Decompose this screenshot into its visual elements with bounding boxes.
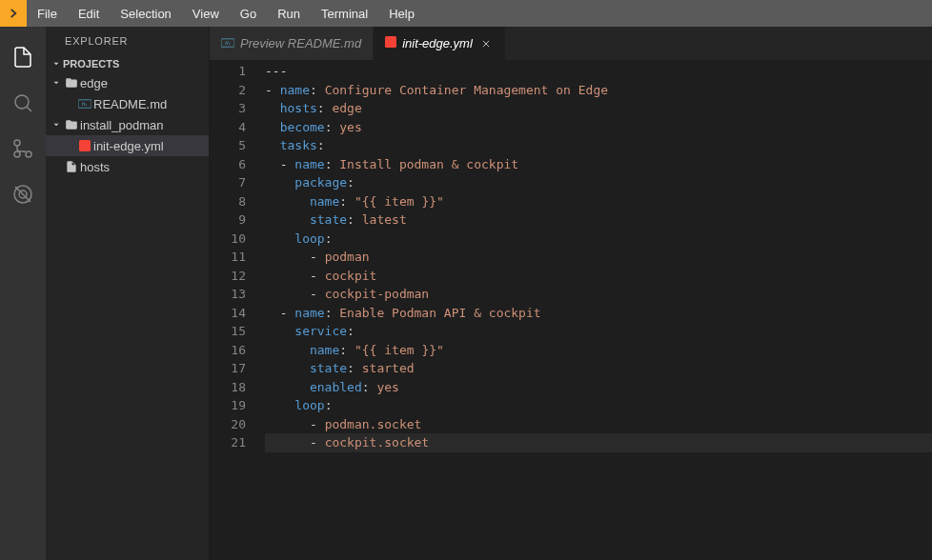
- tree-item-label: edge: [80, 76, 108, 90]
- app-logo: [0, 0, 27, 27]
- file-icon: [63, 160, 80, 173]
- code-line[interactable]: - podman.socket: [265, 415, 932, 434]
- line-number: 6: [210, 155, 246, 174]
- line-number: 8: [210, 192, 246, 211]
- svg-line-1: [27, 107, 31, 111]
- svg-text:M↓: M↓: [82, 101, 88, 107]
- folder-icon: [63, 118, 80, 131]
- line-number: 12: [210, 267, 246, 286]
- chevron-down-icon: [50, 120, 63, 130]
- menu-file[interactable]: File: [27, 7, 68, 21]
- line-gutter: 123456789101112131415161718192021: [210, 60, 265, 560]
- menu-run[interactable]: Run: [267, 7, 311, 21]
- line-number: 2: [210, 81, 246, 100]
- explorer-icon[interactable]: [0, 34, 46, 80]
- chevron-down-icon: [50, 59, 63, 69]
- svg-line-7: [15, 187, 30, 202]
- code-line[interactable]: tasks:: [265, 136, 932, 155]
- menu-terminal[interactable]: Terminal: [311, 7, 378, 21]
- code-area[interactable]: 123456789101112131415161718192021 ---- n…: [210, 60, 932, 560]
- menu-selection[interactable]: Selection: [110, 7, 181, 21]
- code-line[interactable]: package:: [265, 173, 932, 192]
- yaml-file-icon: [385, 36, 396, 50]
- chevron-down-icon: [50, 78, 63, 88]
- code-line[interactable]: - cockpit-podman: [265, 285, 932, 304]
- code-line[interactable]: loop:: [265, 230, 932, 249]
- search-icon[interactable]: [0, 80, 46, 126]
- code-line[interactable]: name: "{{ item }}": [265, 341, 932, 360]
- code-line[interactable]: - podman: [265, 248, 932, 267]
- code-line[interactable]: name: "{{ item }}": [265, 192, 932, 211]
- line-number: 1: [210, 62, 246, 81]
- tree-item-label: init-edge.yml: [93, 139, 164, 153]
- file-init-edge-yml[interactable]: init-edge.yml: [46, 135, 209, 156]
- line-number: 18: [210, 378, 246, 397]
- code-line[interactable]: service:: [265, 322, 932, 341]
- tree-item-label: hosts: [80, 160, 110, 174]
- editor: M↓Preview README.mdinit-edge.yml 1234567…: [210, 27, 932, 560]
- line-number: 4: [210, 118, 246, 137]
- tree-item-label: install_podman: [80, 118, 163, 132]
- yaml-file-icon: [76, 140, 93, 151]
- svg-point-2: [14, 140, 20, 146]
- svg-point-3: [26, 151, 31, 157]
- tab-label: Preview README.md: [240, 36, 361, 50]
- folder-install_podman[interactable]: install_podman: [46, 114, 209, 135]
- tree-item-label: README.md: [93, 97, 167, 111]
- menu-view[interactable]: View: [182, 7, 230, 21]
- line-number: 5: [210, 136, 246, 155]
- code-line[interactable]: become: yes: [265, 118, 932, 137]
- code-line[interactable]: - name: Configure Container Management o…: [265, 81, 932, 100]
- code-line[interactable]: - cockpit.socket: [265, 433, 932, 452]
- folder-icon: [63, 76, 80, 90]
- line-number: 11: [210, 248, 246, 267]
- menu-go[interactable]: Go: [230, 7, 267, 21]
- code-line[interactable]: hosts: edge: [265, 99, 932, 118]
- folder-edge[interactable]: edge: [46, 72, 209, 93]
- markdown-file-icon: M↓: [76, 99, 93, 109]
- line-number: 20: [210, 415, 246, 434]
- line-number: 16: [210, 341, 246, 360]
- code-line[interactable]: state: started: [265, 359, 932, 378]
- tab-init-edge-yml[interactable]: init-edge.yml: [374, 27, 506, 60]
- sidebar-section-projects[interactable]: PROJECTS: [46, 55, 209, 72]
- code-line[interactable]: loop:: [265, 396, 932, 415]
- line-number: 19: [210, 396, 246, 415]
- file-readme-md[interactable]: M↓README.md: [46, 93, 209, 114]
- code-line[interactable]: - cockpit: [265, 267, 932, 286]
- sidebar: EXPLORER PROJECTS edgeM↓README.mdinstall…: [46, 27, 210, 560]
- file-tree: edgeM↓README.mdinstall_podmaninit-edge.y…: [46, 72, 209, 560]
- svg-rect-10: [79, 140, 91, 151]
- tab-preview-readme-md[interactable]: M↓Preview README.md: [210, 27, 374, 60]
- code-line[interactable]: - name: Enable Podman API & cockpit: [265, 304, 932, 323]
- sidebar-title: EXPLORER: [46, 27, 209, 55]
- tab-label: init-edge.yml: [402, 36, 473, 50]
- file-hosts[interactable]: hosts: [46, 156, 209, 177]
- line-number: 10: [210, 230, 246, 249]
- code-line[interactable]: enabled: yes: [265, 378, 932, 397]
- code-line[interactable]: state: latest: [265, 210, 932, 230]
- close-icon[interactable]: [478, 36, 494, 51]
- code-content[interactable]: ---- name: Configure Container Managemen…: [265, 60, 932, 560]
- line-number: 3: [210, 99, 246, 118]
- menu-edit[interactable]: Edit: [68, 7, 110, 21]
- code-line[interactable]: - name: Install podman & cockpit: [265, 155, 932, 174]
- svg-point-0: [15, 95, 29, 109]
- menubar: FileEditSelectionViewGoRunTerminalHelp: [0, 0, 932, 27]
- line-number: 15: [210, 322, 246, 341]
- markdown-file-icon: M↓: [221, 36, 234, 50]
- tab-strip: M↓Preview README.mdinit-edge.yml: [210, 27, 932, 60]
- line-number: 7: [210, 173, 246, 192]
- activity-bar: [0, 27, 46, 560]
- svg-rect-13: [385, 36, 396, 48]
- line-number: 14: [210, 304, 246, 323]
- source-control-icon[interactable]: [0, 126, 46, 171]
- line-number: 9: [210, 210, 246, 230]
- code-line[interactable]: ---: [265, 62, 932, 81]
- debug-icon[interactable]: [0, 171, 46, 217]
- svg-text:M↓: M↓: [225, 40, 231, 46]
- svg-point-4: [14, 151, 20, 157]
- line-number: 17: [210, 359, 246, 378]
- menu-help[interactable]: Help: [378, 7, 425, 21]
- line-number: 13: [210, 285, 246, 304]
